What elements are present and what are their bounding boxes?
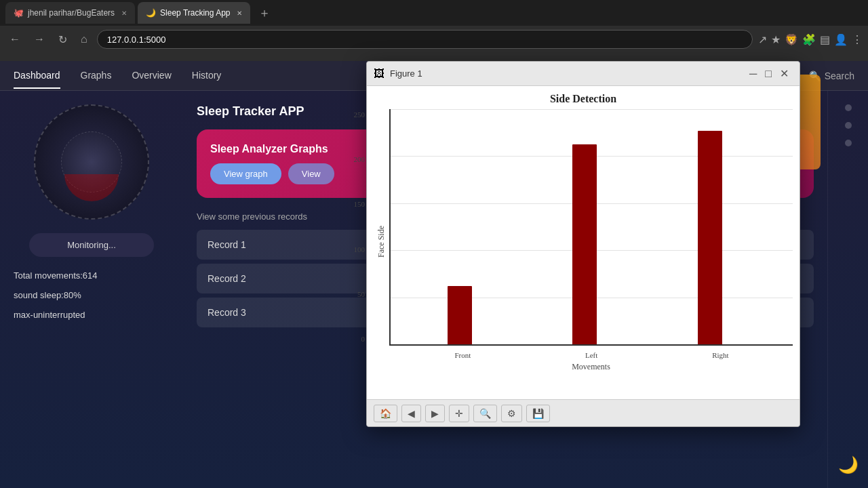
bars-container <box>391 109 793 344</box>
figure-titlebar: 🖼 Figure 1 ─ □ ✕ <box>367 62 800 86</box>
y-ticks: 250 200 150 100 50 0 <box>369 109 384 344</box>
tab-label-sleep: Sleep Tracking App <box>160 8 230 18</box>
y-tick-50: 50 <box>354 290 370 298</box>
tab-label: jhenil parihar/BugEaters <box>28 8 115 18</box>
bar-group-front <box>448 286 472 344</box>
stat-movements: Total movements:614 <box>14 270 170 281</box>
address-input[interactable] <box>97 30 753 49</box>
new-tab-button[interactable]: ＋ <box>253 2 276 24</box>
nav-dashboard[interactable]: Dashboard <box>14 63 60 89</box>
chart-title: Side Detection <box>374 93 793 105</box>
reader-icon[interactable]: ▤ <box>820 33 830 46</box>
fig-settings-button[interactable]: ⚙ <box>501 405 522 422</box>
moon-icon: 🌙 <box>838 455 859 474</box>
fig-back-button[interactable]: ◀ <box>401 405 421 422</box>
bar-left <box>572 144 597 344</box>
app-area: Dashboard Graphs Overview History 🔍 Sear… <box>0 61 868 488</box>
extension-icon1[interactable]: 🦁 <box>785 33 798 46</box>
chart-area: Side Detection Face Side 250 200 150 100… <box>374 93 793 392</box>
stat-sleep: sound sleep:80% <box>14 290 170 300</box>
forward-button[interactable]: → <box>30 30 49 48</box>
right-dot-3 <box>845 140 852 146</box>
home-button[interactable]: ⌂ <box>77 30 92 48</box>
x-axis-label: Movements <box>389 359 793 375</box>
figure-window: 🖼 Figure 1 ─ □ ✕ Side Detection Face Sid… <box>366 61 800 427</box>
toolbar-icons: ↗ ★ 🦁 🧩 ▤ 👤 ⋮ <box>758 33 863 46</box>
tab-sleep[interactable]: 🌙 Sleep Tracking App ✕ <box>138 2 250 24</box>
figure-content: Side Detection Face Side 250 200 150 100… <box>367 86 800 399</box>
profile-icon[interactable]: 👤 <box>834 33 848 46</box>
extension-icon2[interactable]: 🧩 <box>802 33 816 46</box>
right-sidebar: 🌙 <box>827 91 868 488</box>
tab-close-sleep-icon[interactable]: ✕ <box>237 9 242 17</box>
bar-group-left <box>572 144 597 344</box>
view-graph-button[interactable]: View graph <box>210 163 281 184</box>
bar-label-left: Left <box>585 351 597 359</box>
right-dot-1 <box>845 104 852 111</box>
reload-button[interactable]: ↻ <box>54 30 71 49</box>
x-axis-labels: Front Left Right <box>391 346 793 359</box>
view-button[interactable]: View <box>288 163 334 184</box>
back-button[interactable]: ← <box>5 30 24 48</box>
github-icon: 🐙 <box>14 8 24 18</box>
menu-icon[interactable]: ⋮ <box>852 33 863 46</box>
y-tick-0: 0 <box>354 335 370 343</box>
chart-inner: 250 200 150 100 50 0 <box>389 109 793 346</box>
chart-body: Face Side 250 200 150 100 50 0 <box>374 109 793 375</box>
bookmark-icon[interactable]: ★ <box>771 33 781 46</box>
bar-right <box>698 131 722 344</box>
figure-title: Figure 1 <box>390 68 745 79</box>
y-tick-150: 150 <box>354 200 370 208</box>
bar-label-front: Front <box>454 351 471 359</box>
search-label: Search <box>825 70 854 81</box>
figure-minimize-button[interactable]: ─ <box>745 66 761 81</box>
nav-graphs[interactable]: Graphs <box>81 63 112 89</box>
bar-label-right: Right <box>712 351 728 359</box>
browser-chrome: 🐙 jhenil parihar/BugEaters ✕ 🌙 Sleep Tra… <box>0 0 868 61</box>
nav-overview[interactable]: Overview <box>132 63 171 89</box>
fig-forward-button[interactable]: ▶ <box>425 405 445 422</box>
address-bar-row: ← → ↻ ⌂ ↗ ★ 🦁 🧩 ▤ 👤 ⋮ <box>0 26 868 53</box>
fig-zoom-button[interactable]: 🔍 <box>473 405 497 422</box>
figure-maximize-button[interactable]: □ <box>761 66 776 81</box>
y-tick-250: 250 <box>354 110 370 119</box>
share-icon[interactable]: ↗ <box>758 33 767 46</box>
stat-uninterrupted: max-uninterrupted <box>14 310 170 320</box>
monitoring-button[interactable]: Monitoring... <box>29 233 154 257</box>
sleep-tab-icon: 🌙 <box>146 8 156 18</box>
figure-toolbar: 🏠 ◀ ▶ ✛ 🔍 ⚙ 💾 <box>367 399 800 426</box>
y-tick-200: 200 <box>354 155 370 163</box>
tab-close-icon[interactable]: ✕ <box>121 9 127 17</box>
nav-history[interactable]: History <box>192 63 222 89</box>
chart-right: 250 200 150 100 50 0 <box>389 109 793 375</box>
figure-icon: 🖼 <box>374 68 384 80</box>
figure-close-button[interactable]: ✕ <box>776 66 793 81</box>
tab-github[interactable]: 🐙 jhenil parihar/BugEaters ✕ <box>5 2 135 24</box>
bar-group-right <box>698 131 722 344</box>
fig-save-button[interactable]: 💾 <box>526 405 550 422</box>
y-tick-100: 100 <box>354 245 370 253</box>
bar-front <box>448 286 472 344</box>
fig-home-button[interactable]: 🏠 <box>374 405 397 422</box>
monitor-arc <box>64 174 119 201</box>
right-dot-2 <box>845 122 852 129</box>
left-sidebar: Monitoring... Total movements:614 sound … <box>0 91 183 488</box>
fig-pan-button[interactable]: ✛ <box>449 405 469 422</box>
circle-monitor <box>34 104 149 220</box>
tab-bar: 🐙 jhenil parihar/BugEaters ✕ 🌙 Sleep Tra… <box>0 0 868 26</box>
